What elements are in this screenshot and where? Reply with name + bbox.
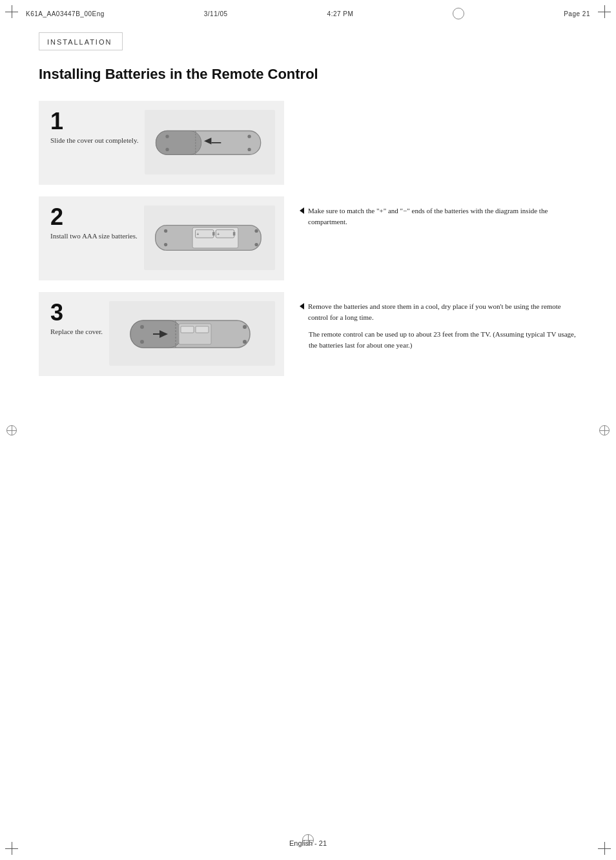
reg-mark-top-left xyxy=(5,5,18,18)
svg-point-27 xyxy=(140,325,144,329)
file-date: 3/11/05 xyxy=(204,10,228,17)
page-content: INSTALLATION Installing Batteries in the… xyxy=(39,32,577,821)
step-1-image xyxy=(145,110,275,174)
step-2-desc: Install two AAA size batteries. xyxy=(50,231,138,241)
registration-circle-top xyxy=(453,8,464,19)
step-2-number: 2 xyxy=(50,205,138,229)
right-reg-circle xyxy=(599,425,610,435)
step-1-number-area: 1 Slide the cover out completely. xyxy=(50,110,138,145)
step-row-3: 3 Replace the cover. xyxy=(39,292,577,376)
page-meta-label: Page 21 xyxy=(564,10,590,17)
svg-rect-26 xyxy=(196,326,209,333)
step-2-illustration: + + xyxy=(144,205,275,270)
reg-mark-top-right xyxy=(598,5,611,18)
step-3-illustration xyxy=(118,301,266,366)
file-time: 4:27 PM xyxy=(327,10,354,17)
step-3-desc: Replace the cover. xyxy=(50,327,103,337)
step-3-extra-text: The remote control can be used up to abo… xyxy=(300,329,577,350)
reg-mark-bottom-right xyxy=(598,842,611,855)
step-2-left: 2 Install two AAA size batteries. + xyxy=(39,196,284,280)
step-2-right: Make sure to match the "+" and "−" ends … xyxy=(284,196,577,242)
section-label-box: INSTALLATION xyxy=(39,32,123,50)
bullet-icon xyxy=(300,207,304,214)
bullet-icon-3 xyxy=(300,303,304,309)
step-3-number: 3 xyxy=(50,301,103,324)
step-2-number-area: 2 Install two AAA size batteries. xyxy=(50,205,138,241)
svg-rect-15 xyxy=(233,232,236,235)
svg-rect-25 xyxy=(181,326,194,333)
svg-point-19 xyxy=(254,229,258,233)
step-row-2: 2 Install two AAA size batteries. + xyxy=(39,196,577,280)
step-3-note-text: Remove the batteries and store them in a… xyxy=(308,301,577,322)
svg-point-20 xyxy=(254,243,258,246)
step-1-illustration xyxy=(145,110,275,174)
step-1-left: 1 Slide the cover out completely. xyxy=(39,101,284,185)
svg-point-28 xyxy=(140,340,144,344)
steps-area: 1 Slide the cover out completely. xyxy=(39,101,577,388)
top-metadata: K61A_AA03447B_00Eng 3/11/05 4:27 PM Page… xyxy=(26,8,590,19)
step-row-1: 1 Slide the cover out completely. xyxy=(39,101,577,185)
svg-rect-1 xyxy=(156,131,201,154)
step-3-note-1: Remove the batteries and store them in a… xyxy=(300,301,577,322)
step-3-right: Remove the batteries and store them in a… xyxy=(284,292,577,359)
step-2-note-1: Make sure to match the "+" and "−" ends … xyxy=(300,205,577,227)
left-reg-circle xyxy=(6,425,17,435)
reg-mark-bottom-left xyxy=(5,842,18,855)
step-1-right xyxy=(284,101,577,119)
step-1-desc: Slide the cover out completely. xyxy=(50,136,138,145)
svg-point-3 xyxy=(166,135,169,138)
svg-point-18 xyxy=(164,243,167,246)
step-2-note-text: Make sure to match the "+" and "−" ends … xyxy=(308,205,577,227)
step-3-number-area: 3 Replace the cover. xyxy=(50,301,103,337)
bottom-reg-circle xyxy=(302,834,314,846)
svg-point-29 xyxy=(243,325,247,329)
file-code: K61A_AA03447B_00Eng xyxy=(26,10,105,17)
svg-point-6 xyxy=(248,148,251,151)
svg-text:+: + xyxy=(217,232,220,236)
step-3-left: 3 Replace the cover. xyxy=(39,292,284,376)
svg-point-17 xyxy=(164,229,167,233)
step-2-image: + + xyxy=(144,205,275,270)
svg-point-4 xyxy=(166,148,169,151)
svg-point-5 xyxy=(248,135,251,138)
svg-text:+: + xyxy=(196,232,199,236)
svg-point-30 xyxy=(243,340,247,344)
page-title: Installing Batteries in the Remote Contr… xyxy=(39,66,577,83)
step-3-image xyxy=(109,301,275,366)
step-1-number: 1 xyxy=(50,110,138,133)
section-label: INSTALLATION xyxy=(47,38,112,46)
svg-rect-12 xyxy=(212,232,215,235)
